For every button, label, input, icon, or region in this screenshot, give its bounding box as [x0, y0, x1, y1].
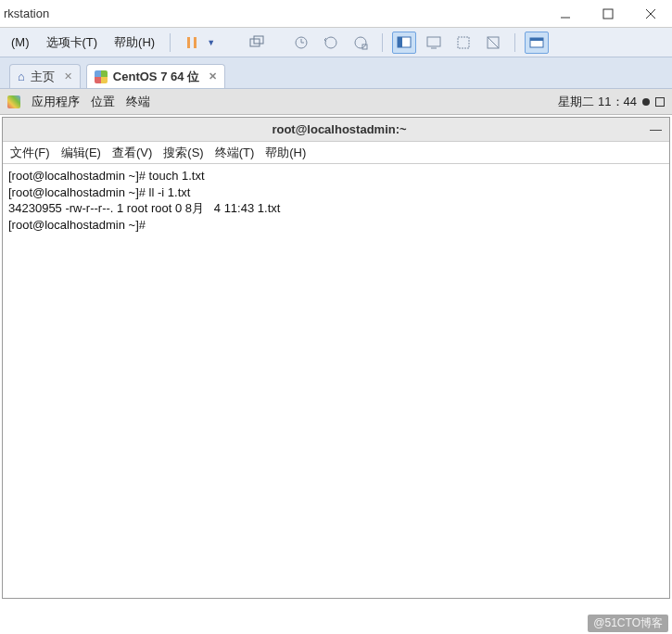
menu-places[interactable]: 位置 [91, 94, 115, 110]
guest-panel: 应用程序 位置 终端 星期二 11：44 [0, 89, 672, 115]
term-menu-terminal[interactable]: 终端(T) [215, 145, 255, 161]
tab-centos[interactable]: CentOS 7 64 位 ✕ [86, 64, 225, 88]
pause-vm-button[interactable]: ▼ [180, 32, 215, 54]
minimize-button[interactable] [544, 0, 587, 27]
manage-snapshot-button[interactable] [349, 32, 373, 54]
svg-rect-4 [187, 37, 190, 48]
window-icon [396, 34, 412, 51]
terminal-body[interactable]: [root@localhostadmin ~]# touch 1.txt [ro… [3, 164, 669, 598]
tab-strip: ⌂ 主页 ✕ CentOS 7 64 位 ✕ [0, 57, 672, 89]
term-menu-search[interactable]: 搜索(S) [163, 145, 203, 161]
unity-icon [485, 34, 501, 51]
speaker-icon [642, 98, 650, 106]
chevron-down-icon: ▼ [207, 38, 215, 47]
svg-rect-5 [194, 37, 197, 48]
library-icon [528, 34, 545, 51]
tab-close-button[interactable]: ✕ [209, 70, 217, 82]
tab-label: 主页 [31, 69, 55, 85]
tab-close-button[interactable]: ✕ [64, 70, 72, 82]
terminal-line: [root@localhostadmin ~]# [8, 218, 146, 232]
window-titlebar: rkstation [0, 0, 672, 28]
term-menu-file[interactable]: 文件(F) [10, 145, 50, 161]
watermark: @51CTO博客 [588, 615, 668, 632]
svg-line-20 [488, 37, 499, 48]
activities-icon[interactable] [7, 95, 20, 108]
term-menu-help[interactable]: 帮助(H) [265, 145, 306, 161]
window-title: rkstation [4, 6, 49, 20]
svg-rect-1 [603, 9, 613, 19]
terminal-window: root@localhostadmin:~ — 文件(F) 编辑(E) 查看(V… [2, 117, 670, 599]
home-icon: ⌂ [18, 70, 25, 83]
tab-home[interactable]: ⌂ 主页 ✕ [9, 64, 81, 88]
svg-rect-7 [254, 36, 263, 44]
separator [170, 33, 171, 52]
clock-manage-icon [352, 34, 369, 51]
term-menu-view[interactable]: 查看(V) [112, 145, 152, 161]
terminal-line: [root@localhostadmin ~]# touch 1.txt [8, 169, 205, 183]
terminal-line: 34230955 -rw-r--r--. 1 root root 0 8月 4 … [8, 201, 280, 215]
monitor-icon [425, 34, 442, 51]
window-controls [544, 0, 672, 27]
svg-rect-18 [458, 37, 469, 48]
clock-label: 星期二 11：44 [558, 94, 637, 110]
svg-rect-15 [398, 37, 402, 47]
clock-back-icon [323, 34, 339, 51]
view-console-button[interactable] [422, 32, 446, 54]
separator [514, 33, 515, 52]
centos-icon [95, 70, 108, 83]
tab-label: CentOS 7 64 位 [113, 69, 199, 85]
separator [382, 33, 383, 52]
pause-icon [180, 32, 204, 54]
terminal-line: [root@localhostadmin ~]# ll -i 1.txt [8, 185, 190, 199]
revert-snapshot-button[interactable] [319, 32, 343, 54]
maximize-button[interactable] [587, 0, 629, 27]
network-icon [655, 97, 665, 107]
send-ctrl-alt-del-button[interactable] [245, 32, 269, 54]
host-menubar: (M) 选项卡(T) 帮助(H) ▼ [0, 28, 672, 57]
view-single-button[interactable] [392, 32, 416, 54]
svg-point-11 [325, 37, 336, 48]
keyboard-icon [248, 34, 265, 51]
view-unity-button[interactable] [481, 32, 505, 54]
snapshot-button[interactable] [289, 32, 313, 54]
expand-icon [455, 34, 472, 51]
menu-tabs[interactable]: 选项卡(T) [41, 32, 104, 53]
terminal-titlebar[interactable]: root@localhostadmin:~ — [3, 118, 669, 142]
close-button[interactable] [629, 0, 672, 27]
clock-icon [293, 34, 310, 51]
terminal-title: root@localhostadmin:~ [272, 122, 406, 136]
menu-terminal[interactable]: 终端 [126, 94, 150, 110]
menu-m[interactable]: (M) [6, 33, 35, 51]
svg-rect-16 [427, 37, 440, 46]
minimize-icon[interactable]: — [650, 122, 662, 136]
svg-point-12 [355, 37, 366, 48]
menu-applications[interactable]: 应用程序 [32, 94, 80, 110]
term-menu-edit[interactable]: 编辑(E) [61, 145, 101, 161]
view-fullscreen-button[interactable] [451, 32, 475, 54]
menu-help[interactable]: 帮助(H) [108, 32, 160, 53]
terminal-menubar: 文件(F) 编辑(E) 查看(V) 搜索(S) 终端(T) 帮助(H) [3, 142, 669, 164]
svg-rect-6 [250, 39, 260, 46]
svg-rect-22 [530, 38, 543, 41]
show-library-button[interactable] [525, 32, 549, 54]
status-area[interactable]: 星期二 11：44 [558, 94, 665, 110]
